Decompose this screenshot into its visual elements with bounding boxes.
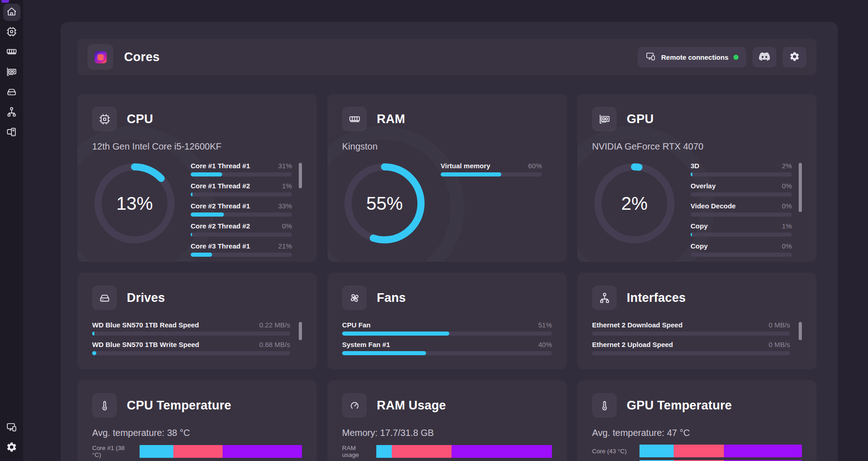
heat-row: Core (43 °C) (592, 445, 802, 457)
card-title: RAM Usage (377, 399, 446, 413)
list-item: 3D2% (691, 162, 792, 176)
card-title: Interfaces (627, 291, 686, 305)
card-title: GPU Temperature (627, 399, 732, 413)
discord-icon (759, 51, 770, 63)
list-item: Core #1 Thread #21% (191, 182, 292, 197)
drives-card: Drives WD Blue SN570 1TB Read Speed0.22 … (78, 273, 317, 369)
interfaces-list: Ethernet 2 Download Speed0 MB/s Ethernet… (592, 321, 802, 355)
list-item: WD Blue SN570 1TB Read Speed0.22 MB/s (92, 321, 290, 336)
card-title: CPU (127, 112, 153, 126)
list-item: Ethernet 2 Upload Speed0 MB/s (592, 341, 790, 355)
ram-memory-used: Memory: 17.7/31.8 GB (342, 428, 552, 438)
home-icon (6, 6, 17, 19)
page-header: Cores Remote connections (78, 39, 816, 75)
ram-icon (342, 107, 367, 131)
list-item: WD Blue SN570 1TB Write Speed0.68 MB/s (92, 341, 290, 355)
settings-button[interactable] (783, 47, 806, 67)
page-title: Cores (124, 50, 160, 64)
card-title: Fans (377, 291, 406, 305)
scrollbar[interactable] (799, 163, 802, 212)
remote-connections-icon (645, 51, 656, 63)
scrollbar[interactable] (299, 322, 302, 340)
gpu-card: GPU NVIDIA GeForce RTX 4070 2% 3D2% Over… (577, 94, 816, 262)
gpu-usage-gauge: 2% (592, 161, 677, 246)
gpu-icon (592, 107, 617, 131)
gauge-icon (342, 393, 367, 418)
fans-card: Fans CPU Fan51% System Fan #140% (327, 273, 567, 369)
list-item: System Fan #140% (342, 341, 552, 355)
gpu-engine-list: 3D2% Overlay0% Video Decode0% Copy1% Cop… (691, 162, 802, 262)
list-item: Ethernet 2 Download Speed0 MB/s (592, 321, 790, 336)
list-item: Core #2 Thread #133% (191, 202, 292, 217)
app-logo (88, 44, 113, 70)
sidebar-item-gpu[interactable] (3, 64, 21, 81)
list-item: Copy1% (691, 222, 792, 237)
interfaces-card: Interfaces Ethernet 2 Download Speed0 MB… (577, 273, 816, 369)
thermometer-icon (592, 393, 617, 418)
cpu-icon (92, 107, 117, 131)
list-item: Video Decode0% (691, 202, 792, 217)
settings-icon (6, 441, 17, 455)
fan-icon (342, 285, 367, 310)
sidebar-item-settings[interactable] (3, 439, 21, 456)
list-item: Core #2 Thread #20% (191, 222, 292, 237)
heat-row: RAM usage (342, 445, 552, 458)
ram-usage-value: 55% (342, 161, 427, 246)
drives-icon (6, 86, 17, 99)
sidebar-item-screens[interactable] (3, 124, 21, 141)
ram-icon (6, 46, 17, 59)
settings-icon (789, 51, 800, 63)
cpu-temperature-card: CPU Temperature Avg. temperature: 38 °C … (78, 380, 317, 461)
gpu-temperature-card: GPU Temperature Avg. temperature: 47 °C … (577, 380, 816, 461)
scrollbar[interactable] (799, 322, 802, 340)
scrollbar[interactable] (299, 163, 302, 188)
thermometer-icon (92, 393, 117, 418)
list-item: Overlay0% (691, 182, 792, 197)
main-panel: Cores Remote connections CPU 12th Gen In… (61, 22, 838, 461)
ram-list: Virtual memory60% (441, 162, 552, 246)
ram-usage-bars: RAM usage (342, 445, 552, 458)
ram-brand: Kingston (342, 141, 552, 152)
card-title: RAM (377, 112, 405, 126)
card-title: Drives (127, 291, 165, 305)
remote-connections-label: Remote connections (661, 53, 728, 61)
sidebar (0, 0, 23, 461)
list-item: Core #1 Thread #131% (191, 162, 292, 176)
cpu-avg-temperature: Avg. temperature: 38 °C (92, 428, 302, 438)
drives-icon (92, 285, 117, 310)
discord-button[interactable] (753, 47, 776, 67)
ram-usage-gauge: 55% (342, 161, 427, 246)
sidebar-item-cpu[interactable] (3, 24, 21, 41)
app-logo-fragment (1, 0, 9, 3)
sidebar-item-home[interactable] (3, 4, 21, 21)
remote-connections-icon (6, 421, 17, 435)
interfaces-icon (6, 106, 17, 119)
cpu-usage-value: 13% (92, 161, 177, 246)
ram-card: RAM Kingston 55% Virtual memory60% (327, 94, 567, 262)
heat-row: Core #1 (38 °C) (92, 445, 302, 458)
list-item: Virtual memory60% (441, 162, 542, 176)
list-item: CPU Fan51% (342, 321, 552, 336)
fans-list: CPU Fan51% System Fan #140% (342, 321, 552, 355)
gpu-model: NVIDIA GeForce RTX 4070 (592, 141, 802, 152)
cpu-usage-gauge: 13% (92, 161, 177, 246)
cpu-thread-list: Core #1 Thread #131% Core #1 Thread #21%… (191, 162, 302, 262)
gpu-icon (6, 66, 17, 79)
screens-icon (6, 126, 17, 140)
gpu-avg-temperature: Avg. temperature: 47 °C (592, 428, 802, 438)
cpu-icon (6, 26, 17, 39)
drives-list: WD Blue SN570 1TB Read Speed0.22 MB/s WD… (92, 321, 302, 355)
sidebar-item-interfaces[interactable] (3, 104, 21, 121)
cpu-card: CPU 12th Gen Intel Core i5-12600KF 13% C… (78, 94, 317, 262)
list-item: Copy0% (691, 242, 792, 257)
ram-usage-card: RAM Usage Memory: 17.7/31.8 GB RAM usage (327, 380, 567, 461)
card-title: CPU Temperature (127, 399, 231, 413)
gpu-usage-value: 2% (592, 161, 677, 246)
sidebar-item-ram[interactable] (3, 44, 21, 61)
online-status-dot (733, 55, 738, 60)
sidebar-item-drives[interactable] (3, 84, 21, 101)
remote-connections-button[interactable]: Remote connections (638, 47, 746, 67)
card-title: GPU (627, 112, 654, 126)
sidebar-item-remote-connections[interactable] (3, 419, 21, 436)
cpu-temperature-bars: Core #1 (38 °C) (92, 445, 302, 461)
